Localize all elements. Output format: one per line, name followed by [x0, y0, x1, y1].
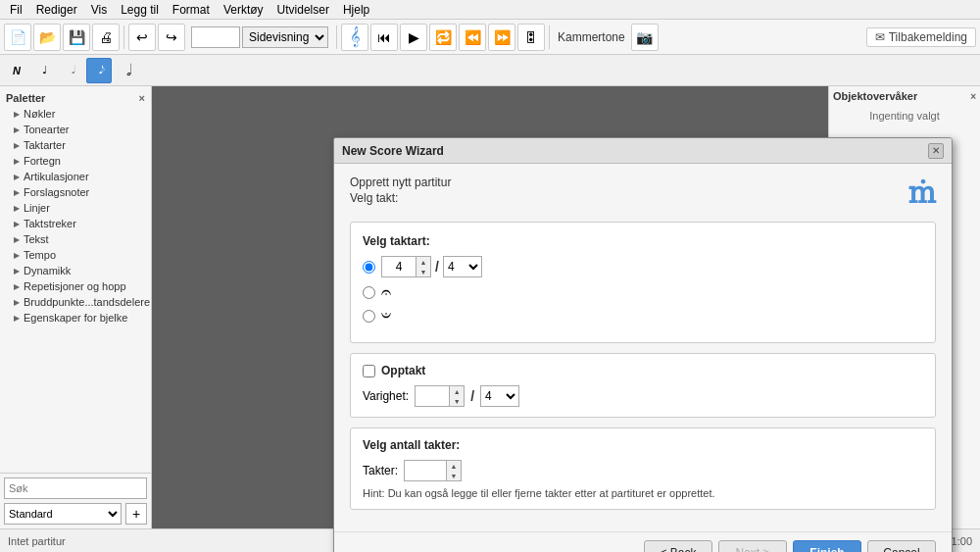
palette-item-nokler[interactable]: Nøkler: [0, 106, 151, 122]
finish-button[interactable]: Finish: [793, 540, 861, 552]
toolbar-sep-3: [549, 25, 550, 49]
varighet-up-arrow[interactable]: ▲: [450, 386, 464, 396]
play-begin-button[interactable]: ⏮: [370, 24, 398, 51]
palette-header: Paletter ×: [0, 90, 151, 106]
palette-add-button[interactable]: +: [125, 503, 147, 525]
musescore-icon-button[interactable]: 𝄞: [341, 24, 368, 51]
palette-item-artikulasjoner[interactable]: Artikulasjoner: [0, 169, 151, 184]
varighet-down-arrow[interactable]: ▼: [450, 396, 464, 406]
time-sig-radio-cut[interactable]: [363, 310, 375, 323]
takter-down-arrow[interactable]: ▼: [447, 471, 461, 480]
numerator-up-arrow[interactable]: ▲: [416, 257, 430, 267]
menu-fil[interactable]: Fil: [4, 1, 28, 19]
palette-item-taktstreker[interactable]: Taktstreker: [0, 216, 151, 231]
menu-rediger[interactable]: Rediger: [30, 1, 83, 19]
palette-item-bruddpunkte[interactable]: Bruddpunkte...tandsdelere: [0, 294, 151, 310]
tilbakemelding-button[interactable]: ✉ Tilbakemelding: [866, 27, 976, 47]
palette-item-dynamikk[interactable]: Dynamikk: [0, 263, 151, 278]
takter-input[interactable]: 32: [404, 460, 447, 481]
menu-hjelp[interactable]: Hjelp: [337, 1, 375, 19]
varighet-separator: /: [470, 388, 474, 404]
palette-dropdown[interactable]: Standard: [4, 503, 122, 525]
palette-item-repetisjoner[interactable]: Repetisjoner og hopp: [0, 278, 151, 294]
undo-button[interactable]: ↩: [128, 24, 156, 51]
wizard-header: Opprett nytt partitur Velg takt: ṁ: [350, 176, 936, 210]
new-file-button[interactable]: 📄: [4, 24, 31, 51]
play-button[interactable]: ▶: [400, 24, 427, 51]
modal-overlay: New Score Wizard ✕ Opprett nytt partitur…: [152, 86, 828, 528]
palette-header-icons[interactable]: ×: [139, 92, 145, 104]
right-sidebar-title: Objektovervåker: [833, 90, 917, 102]
menu-legg-til[interactable]: Legg til: [115, 1, 165, 19]
opptakt-header: Opptakt: [363, 364, 923, 377]
note-rest-button[interactable]: ♩: [31, 58, 57, 83]
menu-vis[interactable]: Vis: [85, 1, 113, 19]
varighet-spinner: 1 ▲ ▼: [415, 385, 465, 407]
redo-button[interactable]: ↪: [158, 24, 185, 51]
time-sig-radio-common[interactable]: [363, 286, 375, 299]
palette-item-fortegn[interactable]: Fortegn: [0, 153, 151, 169]
takter-hint: Hint: Du kan også legge til eller fjerne…: [363, 487, 923, 499]
time-sig-separator: /: [435, 259, 439, 275]
varighet-label: Varighet:: [363, 389, 409, 403]
varighet-arrows: ▲ ▼: [450, 385, 465, 407]
palette-item-egenskaper[interactable]: Egenskaper for bjelke: [0, 310, 151, 326]
camera-button[interactable]: 📷: [631, 24, 659, 51]
opptakt-label: Opptakt: [381, 364, 425, 377]
opptakt-checkbox[interactable]: [363, 365, 375, 377]
prev-button[interactable]: ⏪: [459, 24, 486, 51]
step-subtitle: Velg takt:: [350, 191, 451, 205]
palette-pin-icon: ×: [139, 92, 145, 104]
toolbar: 📄 📂 💾 🖨 ↩ ↪ 100% Sidevisning 𝄞 ⏮ ▶ 🔁 ⏪ ⏩…: [0, 20, 980, 55]
loop-button[interactable]: 🔁: [429, 24, 457, 51]
time-sig-spinners: 4 ▲ ▼ / 4 2 8: [381, 256, 482, 277]
numerator-spinner: 4 ▲ ▼: [381, 256, 431, 277]
time-sig-option-cut: 𝄑: [363, 307, 923, 325]
palette-item-taktarter[interactable]: Taktarter: [0, 137, 151, 153]
open-file-button[interactable]: 📂: [33, 24, 61, 51]
note-active-button[interactable]: 𝅘𝅥𝅮: [86, 58, 112, 83]
next-button[interactable]: Next >: [718, 540, 787, 552]
note-voice-button[interactable]: 𝅘𝅥: [59, 58, 84, 83]
next-button[interactable]: ⏩: [488, 24, 515, 51]
palette-item-tonearter[interactable]: Tonearter: [0, 122, 151, 137]
takter-header: Velg antall takter:: [363, 438, 923, 452]
palette-dropdown-row: Standard +: [4, 503, 147, 525]
palette-search-input[interactable]: [4, 477, 147, 499]
dialog-close-button[interactable]: ✕: [928, 143, 944, 159]
varighet-denom-select[interactable]: 4 2 8: [480, 385, 519, 407]
toolbar-zoom: 100% Sidevisning: [191, 26, 328, 48]
wizard-header-text: Opprett nytt partitur Velg takt:: [350, 176, 451, 205]
cancel-button[interactable]: Cancel: [867, 540, 936, 552]
kammertone-label: Kammertone: [558, 30, 625, 44]
palette-item-linjer[interactable]: Linjer: [0, 200, 151, 216]
numerator-arrows: ▲ ▼: [416, 256, 431, 277]
numerator-input[interactable]: 4: [381, 256, 416, 277]
takter-row: Takter: 32 ▲ ▼: [363, 460, 923, 481]
menu-format[interactable]: Format: [167, 1, 216, 19]
new-score-wizard-dialog: New Score Wizard ✕ Opprett nytt partitur…: [333, 137, 953, 552]
note-n-button[interactable]: N: [4, 58, 29, 83]
back-button[interactable]: < Back: [644, 540, 712, 552]
denominator-select[interactable]: 4 2 8 16: [443, 256, 482, 277]
takter-up-arrow[interactable]: ▲: [447, 461, 461, 471]
view-mode-select[interactable]: Sidevisning: [242, 26, 328, 48]
palette-item-tempo[interactable]: Tempo: [0, 247, 151, 263]
note-b1-button[interactable]: 𝅗𝅥: [114, 58, 139, 83]
print-button[interactable]: 🖨: [92, 24, 120, 51]
dialog-footer: < Back Next > Finish Cancel: [334, 531, 952, 552]
varighet-input[interactable]: 1: [415, 385, 450, 407]
opptakt-section: Opptakt Varighet: 1 ▲ ▼ /: [350, 353, 936, 418]
time-sig-radio-custom[interactable]: [363, 261, 375, 274]
right-sidebar-close-button[interactable]: ×: [970, 91, 976, 102]
menu-utvidelser[interactable]: Utvidelser: [271, 1, 335, 19]
save-button[interactable]: 💾: [63, 24, 90, 51]
menu-verktoy[interactable]: Verktøy: [218, 1, 270, 19]
palette-item-tekst[interactable]: Tekst: [0, 231, 151, 247]
palette-item-forslagsnoter[interactable]: Forslagsnoter: [0, 184, 151, 200]
mixer-button[interactable]: 🎛: [517, 24, 545, 51]
numerator-down-arrow[interactable]: ▼: [416, 267, 430, 276]
zoom-input[interactable]: 100%: [191, 26, 240, 48]
palette-sidebar: Paletter × Nøkler Tonearter Taktarter Fo…: [0, 86, 152, 528]
takter-arrows: ▲ ▼: [447, 460, 462, 481]
